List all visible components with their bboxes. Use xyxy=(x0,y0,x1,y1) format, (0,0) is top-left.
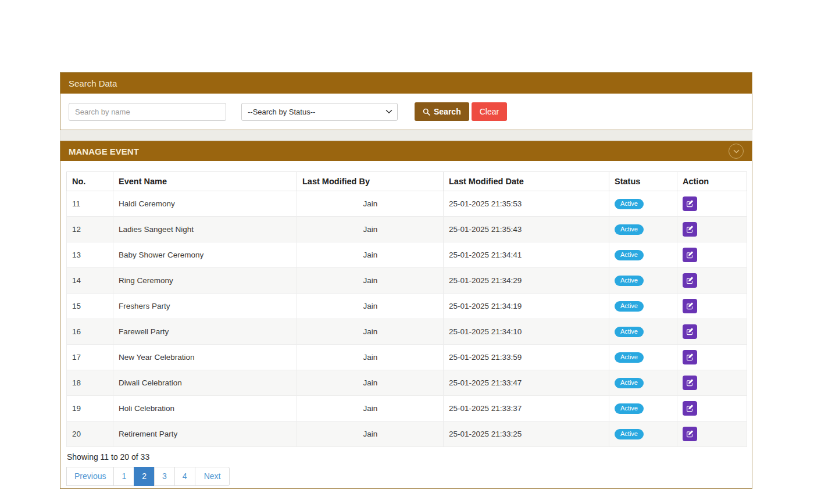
cell-modified-date: 25-01-2025 21:34:19 xyxy=(444,294,609,319)
table-row: 15 Freshers Party Jain 25-01-2025 21:34:… xyxy=(67,294,747,319)
cell-modified-date: 25-01-2025 21:35:43 xyxy=(444,217,609,242)
status-badge: Active xyxy=(615,276,644,286)
status-badge: Active xyxy=(615,224,644,235)
table-row: 16 Farewell Party Jain 25-01-2025 21:34:… xyxy=(67,319,747,345)
edit-button[interactable] xyxy=(683,427,697,441)
pagination-item[interactable]: 1 xyxy=(113,467,134,486)
pagination-item[interactable]: Previous xyxy=(66,467,114,486)
cell-status: Active xyxy=(609,217,677,242)
content-area: Search Data --Search by Status-- Search xyxy=(60,72,752,489)
cell-modified-by: Jain xyxy=(297,396,444,421)
cell-status: Active xyxy=(609,319,677,345)
collapse-toggle[interactable] xyxy=(729,144,744,159)
cell-no: 17 xyxy=(67,345,113,370)
cell-modified-date: 25-01-2025 21:33:25 xyxy=(444,421,609,447)
search-button-label: Search xyxy=(434,107,461,116)
manage-event-body: No. Event Name Last Modified By Last Mod… xyxy=(60,161,752,488)
edit-button[interactable] xyxy=(683,376,697,390)
cell-status: Active xyxy=(609,268,677,294)
search-button[interactable]: Search xyxy=(415,102,469,121)
cell-action xyxy=(677,319,747,345)
cell-action xyxy=(677,345,747,370)
column-header: Last Modified Date xyxy=(444,172,609,191)
cell-modified-by: Jain xyxy=(297,242,444,268)
cell-event-name: New Year Celebration xyxy=(113,345,297,370)
cell-action xyxy=(677,396,747,421)
pagination-item[interactable]: 2 xyxy=(134,467,155,486)
cell-modified-by: Jain xyxy=(297,421,444,447)
cell-event-name: Haldi Ceremony xyxy=(113,191,297,217)
cell-status: Active xyxy=(609,396,677,421)
edit-icon xyxy=(686,405,694,412)
edit-button[interactable] xyxy=(683,196,697,211)
edit-button[interactable] xyxy=(683,401,697,416)
clear-button[interactable]: Clear xyxy=(472,102,507,121)
table-row: 12 Ladies Sangeet Night Jain 25-01-2025 … xyxy=(67,217,747,242)
search-form: --Search by Status-- Search Clear xyxy=(60,94,752,130)
cell-modified-by: Jain xyxy=(297,345,444,370)
status-badge: Active xyxy=(615,429,644,439)
cell-no: 16 xyxy=(67,319,113,345)
edit-icon xyxy=(686,353,694,361)
cell-action xyxy=(677,370,747,396)
table-body: 11 Haldi Ceremony Jain 25-01-2025 21:35:… xyxy=(67,191,747,447)
cell-event-name: Baby Shower Ceremony xyxy=(113,242,297,268)
cell-modified-date: 25-01-2025 21:34:41 xyxy=(444,242,609,268)
cell-event-name: Holi Celebration xyxy=(113,396,297,421)
cell-modified-by: Jain xyxy=(297,294,444,319)
edit-icon xyxy=(686,430,694,438)
search-name-input[interactable] xyxy=(69,103,226,121)
cell-no: 13 xyxy=(67,242,113,268)
panel-gap xyxy=(60,130,752,141)
cell-event-name: Ring Ceremony xyxy=(113,268,297,294)
manage-event-title: MANAGE EVENT xyxy=(69,146,139,156)
cell-modified-by: Jain xyxy=(297,217,444,242)
cell-modified-date: 25-01-2025 21:33:59 xyxy=(444,345,609,370)
manage-event-panel: MANAGE EVENT No. xyxy=(60,141,752,489)
cell-no: 18 xyxy=(67,370,113,396)
cell-modified-by: Jain xyxy=(297,191,444,217)
table-row: 13 Baby Shower Ceremony Jain 25-01-2025 … xyxy=(67,242,747,268)
table-row: 20 Retirement Party Jain 25-01-2025 21:3… xyxy=(67,421,747,447)
pagination-item[interactable]: 4 xyxy=(174,467,195,486)
table-row: 11 Haldi Ceremony Jain 25-01-2025 21:35:… xyxy=(67,191,747,217)
table-row: 19 Holi Celebration Jain 25-01-2025 21:3… xyxy=(67,396,747,421)
edit-button[interactable] xyxy=(683,350,697,364)
search-panel-title: Search Data xyxy=(69,78,117,88)
edit-button[interactable] xyxy=(683,222,697,237)
edit-button[interactable] xyxy=(683,324,697,339)
events-table: No. Event Name Last Modified By Last Mod… xyxy=(66,171,747,447)
pagination-item[interactable]: Next xyxy=(195,467,230,486)
status-badge: Active xyxy=(615,327,644,337)
cell-action xyxy=(677,242,747,268)
cell-modified-date: 25-01-2025 21:33:37 xyxy=(444,396,609,421)
edit-button[interactable] xyxy=(683,248,697,262)
edit-icon xyxy=(686,277,694,284)
cell-status: Active xyxy=(609,421,677,447)
edit-button[interactable] xyxy=(683,299,697,313)
cell-modified-date: 25-01-2025 21:34:10 xyxy=(444,319,609,345)
edit-icon xyxy=(686,328,694,335)
clear-button-label: Clear xyxy=(480,107,499,116)
cell-action xyxy=(677,294,747,319)
pagination-item[interactable]: 3 xyxy=(154,467,175,486)
status-badge: Active xyxy=(615,378,644,388)
cell-event-name: Retirement Party xyxy=(113,421,297,447)
search-panel: Search Data --Search by Status-- Search xyxy=(60,72,752,130)
cell-modified-by: Jain xyxy=(297,370,444,396)
edit-icon xyxy=(686,200,694,208)
cell-action xyxy=(677,217,747,242)
cell-no: 11 xyxy=(67,191,113,217)
search-icon xyxy=(423,108,430,116)
cell-action xyxy=(677,191,747,217)
edit-button[interactable] xyxy=(683,273,697,288)
status-select[interactable]: --Search by Status-- xyxy=(241,103,398,121)
manage-event-header: MANAGE EVENT xyxy=(60,141,752,161)
table-header-row: No. Event Name Last Modified By Last Mod… xyxy=(67,172,747,191)
cell-no: 19 xyxy=(67,396,113,421)
status-badge: Active xyxy=(615,301,644,312)
edit-icon xyxy=(686,302,694,310)
table-row: 14 Ring Ceremony Jain 25-01-2025 21:34:2… xyxy=(67,268,747,294)
cell-modified-date: 25-01-2025 21:35:53 xyxy=(444,191,609,217)
cell-status: Active xyxy=(609,345,677,370)
